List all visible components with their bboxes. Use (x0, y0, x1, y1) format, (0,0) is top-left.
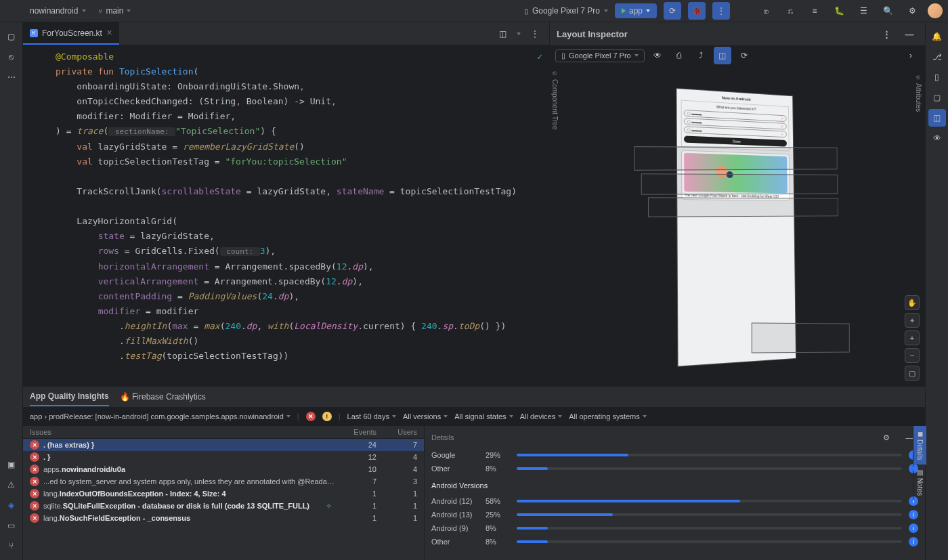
filter-versions[interactable]: All versions (403, 412, 448, 421)
device-icon: ▯ (524, 7, 528, 16)
stat-row: Android (13)25% i (431, 510, 918, 519)
chevron-down-icon[interactable] (517, 33, 521, 35)
inspector-options-icon[interactable]: ⋮ (878, 25, 895, 43)
inspector-device-selector[interactable]: ▯ Google Pixel 7 Pro (555, 49, 645, 62)
details-settings-icon[interactable]: ⚙ (878, 429, 895, 446)
close-tab-icon[interactable]: ✕ (106, 28, 112, 37)
tab-options-icon[interactable]: ⋮ (526, 25, 544, 43)
inspector-minimize-icon[interactable]: — (901, 25, 918, 43)
side-tab-notes[interactable]: ▤ Notes (913, 465, 926, 500)
layout-inspector-icon[interactable]: ◫ (928, 109, 946, 127)
profiler-tool-icon[interactable]: 👁 (928, 129, 946, 147)
toggle-live-icon[interactable]: 👁 (649, 47, 666, 64)
reset-view-button[interactable]: ⌖ (905, 313, 920, 328)
structure-tool-icon[interactable]: ⎋ (3, 48, 20, 66)
chevron-down-icon (82, 9, 86, 12)
split-editor-icon[interactable]: ◫ (494, 25, 511, 43)
insights-tool-icon[interactable]: ◈ (3, 496, 20, 514)
spark-icon: ✧ (326, 502, 332, 511)
chevron-down-icon (286, 415, 290, 418)
bug-report-icon[interactable]: 🐛 (830, 2, 848, 20)
gradle-tool-icon[interactable]: ⎇ (928, 48, 946, 66)
android-versions-title: Android Versions (431, 481, 918, 490)
terminal-tool-icon[interactable]: ▭ (3, 517, 20, 534)
code-editor[interactable]: ✓ @Composable private fun TopicSelection… (23, 45, 549, 386)
analysis-ok-icon[interactable]: ✓ (537, 49, 542, 64)
vcs-update-icon[interactable]: ⎌ (781, 2, 799, 20)
stat-row: Android (9)8% i (431, 523, 918, 533)
device-manager-icon[interactable]: ▯ (928, 68, 946, 86)
vcs-commit-icon[interactable]: ≡ (806, 2, 823, 20)
file-tab[interactable]: K ForYouScreen.kt ✕ (23, 22, 119, 45)
tab-firebase-crashlytics[interactable]: 🔥 Firebase Crashlytics (120, 388, 206, 406)
restart-button[interactable]: ⟳ (664, 2, 681, 20)
issue-row[interactable]: ✕ lang.IndexOutOfBoundsException - Index… (23, 488, 424, 500)
notifications-icon[interactable]: 🔔 (928, 28, 946, 45)
project-selector[interactable]: nowinandroid (30, 6, 86, 16)
file-name: ForYouScreen.kt (42, 28, 102, 38)
error-icon: ✕ (30, 501, 39, 511)
module-selector[interactable]: app › prodRelease: [now-in-android] com.… (30, 412, 290, 421)
export-icon[interactable]: ⤴ (692, 47, 710, 64)
issue-row[interactable]: ✕ lang.NoSuchFieldException - _consensus… (23, 512, 424, 524)
component-tree-tab[interactable]: ⎋ Component Tree (550, 66, 560, 386)
inspector-expand-icon[interactable]: › (902, 47, 920, 64)
side-tab-details[interactable]: ◼ Details (913, 426, 926, 465)
feedback-icon[interactable]: ☰ (855, 2, 872, 20)
issue-row[interactable]: ✕ apps.nowinandroid/u0a 104 (23, 463, 424, 475)
project-tool-icon[interactable]: ▢ (3, 28, 20, 45)
chevron-down-icon (392, 415, 396, 418)
mode-3d-icon[interactable]: ◫ (714, 47, 731, 64)
error-badge-icon[interactable]: ✕ (306, 412, 316, 421)
warn-badge-icon[interactable]: ! (322, 412, 332, 421)
zoom-in-button[interactable]: + (905, 330, 920, 345)
refresh-icon[interactable]: ⟳ (735, 47, 753, 64)
chevron-down-icon (127, 9, 131, 12)
device-selector[interactable]: ▯ Google Pixel 7 Pro (524, 6, 608, 16)
error-icon: ✕ (30, 513, 39, 523)
tab-app-quality-insights[interactable]: App Quality Insights (30, 387, 109, 406)
kotlin-file-icon: K (30, 29, 38, 37)
chevron-down-icon (646, 9, 650, 12)
code-with-me-icon[interactable]: ⎄ (757, 2, 775, 20)
branch-name: main (106, 6, 123, 16)
settings-icon[interactable]: ⚙ (903, 2, 921, 20)
issue-row[interactable]: ✕ . (has extras) } 247 (23, 439, 424, 451)
main-menu-icon[interactable] (5, 2, 23, 20)
zoom-out-button[interactable]: − (905, 348, 920, 363)
more-tools-icon[interactable]: ⋯ (3, 68, 20, 86)
search-icon[interactable]: 🔍 (879, 2, 897, 20)
filter-signals[interactable]: All signal states (454, 412, 513, 421)
run-icon (622, 8, 626, 14)
stat-row: Other8% i (431, 464, 918, 473)
more-actions-button[interactable]: ⋮ (712, 2, 730, 20)
filter-days[interactable]: Last 60 days (347, 412, 396, 421)
snapshot-icon[interactable]: ⎙ (670, 47, 688, 64)
issue-row[interactable]: ✕ . } 124 (23, 451, 424, 463)
chevron-down-icon (444, 415, 448, 418)
git-tool-icon[interactable]: ⑂ (3, 537, 20, 555)
inspector-device-name: Google Pixel 7 Pro (569, 51, 631, 60)
fit-button[interactable]: ▢ (905, 366, 920, 381)
col-users: Users (376, 428, 417, 436)
problems-tool-icon[interactable]: ⚠ (3, 476, 20, 494)
error-icon: ✕ (30, 440, 39, 450)
debug-button[interactable]: 🐞 (688, 2, 706, 20)
branch-selector[interactable]: ⑂ main (98, 6, 131, 16)
branch-icon: ⑂ (98, 7, 102, 15)
run-config-selector[interactable]: app (615, 3, 657, 18)
error-icon: ✕ (30, 465, 39, 474)
issue-row[interactable]: ✕ ...ed to system_server and system apps… (23, 475, 424, 488)
attributes-tab[interactable]: ⎋ Attributes (913, 70, 924, 116)
issue-row[interactable]: ✕ sqlite.SQLiteFullException - database … (23, 500, 424, 512)
device-name: Google Pixel 7 Pro (532, 6, 600, 16)
project-name: nowinandroid (30, 6, 78, 16)
user-avatar[interactable] (928, 3, 943, 18)
error-icon: ✕ (30, 489, 39, 498)
filter-devices[interactable]: All devices (520, 412, 563, 421)
pan-button[interactable]: ✋ (905, 295, 920, 310)
emulator-tool-icon[interactable]: ▢ (928, 89, 946, 106)
run-tool-icon[interactable]: ▣ (3, 456, 20, 473)
stat-row: Google29% i (431, 450, 918, 460)
filter-os[interactable]: All operating systems (569, 412, 647, 421)
